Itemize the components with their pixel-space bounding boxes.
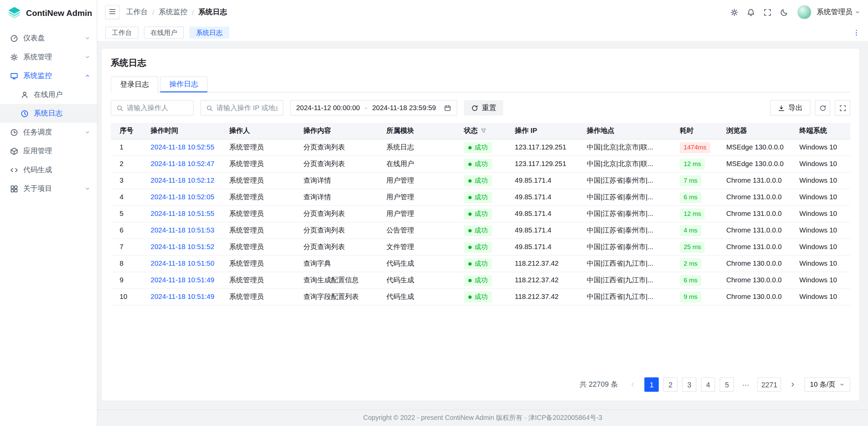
log-tab[interactable]: 操作日志 <box>160 76 208 92</box>
breadcrumb-link[interactable]: 工作台 <box>126 7 148 17</box>
cell-status: 成功 <box>455 139 506 155</box>
prev-page-button[interactable] <box>626 377 640 391</box>
status-badge: 成功 <box>464 291 492 303</box>
operation-time-link[interactable]: 2024-11-18 10:51:49 <box>151 293 214 301</box>
breadcrumb-separator: / <box>192 8 194 16</box>
operation-time-link[interactable]: 2024-11-18 10:51:55 <box>151 210 214 218</box>
dark-mode-moon-icon[interactable] <box>776 4 792 20</box>
sidebar-item[interactable]: 应用管理 <box>0 142 97 161</box>
sidebar-item[interactable]: 系统监控 <box>0 66 97 85</box>
operation-time-link[interactable]: 2024-11-18 10:52:05 <box>151 193 214 201</box>
status-dot-icon <box>468 262 472 265</box>
reset-button[interactable]: 重置 <box>464 100 504 116</box>
cell-module: 代码生成 <box>377 256 455 271</box>
column-header-label: 操作人 <box>229 126 250 136</box>
table-row: 1 2024-11-18 10:52:55 系统管理员 分页查询列表 系统日志 … <box>111 139 850 156</box>
operation-time-link[interactable]: 2024-11-18 10:51:49 <box>151 276 214 284</box>
status-label: 成功 <box>474 239 488 255</box>
avatar[interactable] <box>797 5 811 19</box>
nav-tab[interactable]: 在线用户 <box>144 26 184 39</box>
cell-duration: 25 ms <box>671 239 717 255</box>
page-button[interactable]: ··· <box>738 377 753 391</box>
column-header: 所属模块 <box>377 123 455 139</box>
sidebar-item[interactable]: 仪表盘 <box>0 29 97 48</box>
duration-badge: 12 ms <box>680 159 705 170</box>
operation-time-link[interactable]: 2024-11-18 10:52:12 <box>151 177 214 184</box>
brand-name: ContiNew Admin <box>26 8 92 18</box>
log-tab[interactable]: 登录日志 <box>111 76 158 92</box>
page-button[interactable]: 4 <box>701 377 715 391</box>
page-button[interactable]: 2 <box>663 377 677 391</box>
page-button[interactable]: 1 <box>645 377 659 391</box>
cell-os: Windows 10 <box>790 256 850 271</box>
cell-status: 成功 <box>455 206 506 222</box>
collapse-sidebar-button[interactable] <box>105 5 119 19</box>
user-menu[interactable]: 系统管理员 <box>816 7 860 17</box>
column-header: 序号 <box>111 123 142 139</box>
cell-index: 7 <box>111 239 142 255</box>
next-page-button[interactable] <box>786 377 800 391</box>
status-label: 成功 <box>474 289 488 305</box>
operation-time-link[interactable]: 2024-11-18 10:52:55 <box>151 143 214 151</box>
more-tabs-icon[interactable] <box>852 29 860 37</box>
cell-os: Windows 10 <box>790 206 850 222</box>
filter-icon[interactable] <box>480 128 487 134</box>
page-size-select[interactable]: 10 条/页 <box>804 377 850 391</box>
sidebar-item[interactable]: 在线用户 <box>0 85 97 104</box>
page-button[interactable]: 3 <box>682 377 696 391</box>
brand[interactable]: ContiNew Admin <box>0 0 97 25</box>
filter-bar: 2024-11-12 00:00:00 - 2024-11-18 23:59:5… <box>111 100 850 116</box>
breadcrumb-link[interactable]: 系统监控 <box>159 7 188 17</box>
table-row: 2 2024-11-18 10:52:47 系统管理员 分页查询列表 在线用户 … <box>111 156 850 173</box>
nav-tab[interactable]: 系统日志 <box>189 26 229 39</box>
ip-search-input[interactable] <box>216 104 278 112</box>
status-badge: 成功 <box>464 275 492 286</box>
sidebar-item[interactable]: 关于项目 <box>0 179 97 198</box>
settings-icon[interactable] <box>726 4 742 20</box>
cell-duration: 12 ms <box>671 156 717 172</box>
table-row: 4 2024-11-18 10:52:05 系统管理员 查询详情 用户管理 成功 <box>111 189 850 206</box>
cell-location: 中国|江苏省|泰州市|... <box>578 239 671 255</box>
operation-time-link[interactable]: 2024-11-18 10:51:52 <box>151 243 214 251</box>
cell-ip: 49.85.171.4 <box>506 189 578 205</box>
chevron-down-icon <box>85 35 90 41</box>
dashboard-icon <box>10 34 18 42</box>
log-tabs: 登录日志操作日志 <box>111 76 850 92</box>
app-icon <box>10 147 18 155</box>
status-badge: 成功 <box>464 225 492 236</box>
notification-bell-icon[interactable] <box>743 4 758 20</box>
column-header-label: 浏览器 <box>726 126 747 136</box>
column-header-label: 耗时 <box>680 126 694 136</box>
export-button[interactable]: 导出 <box>770 100 810 116</box>
sidebar-item[interactable]: 代码生成 <box>0 160 97 179</box>
status-badge: 成功 <box>464 192 492 203</box>
operation-time-link[interactable]: 2024-11-18 10:51:50 <box>151 260 214 267</box>
breadcrumb-link[interactable]: 系统日志 <box>198 7 227 17</box>
cell-os: Windows 10 <box>790 139 850 155</box>
sidebar-item[interactable]: 系统日志 <box>0 104 97 123</box>
brand-logo-icon <box>7 5 21 20</box>
fullscreen-icon[interactable] <box>760 4 775 20</box>
status-label: 成功 <box>474 206 488 222</box>
cell-index: 2 <box>111 156 142 172</box>
date-range-picker[interactable]: 2024-11-12 00:00:00 - 2024-11-18 23:59:5… <box>290 100 458 116</box>
page-button[interactable]: 2271 <box>757 377 781 391</box>
operation-time-link[interactable]: 2024-11-18 10:52:47 <box>151 160 214 168</box>
column-header-label: 序号 <box>120 126 134 136</box>
cell-module: 文件管理 <box>377 239 455 255</box>
page-button[interactable]: 5 <box>720 377 734 391</box>
copyright-text: Copyright © 2022 - present ContiNew Admi… <box>363 413 602 423</box>
operator-search-input[interactable] <box>127 104 188 112</box>
sidebar-item[interactable]: 系统管理 <box>0 47 97 66</box>
sidebar-item[interactable]: 任务调度 <box>0 123 97 142</box>
nav-tab[interactable]: 工作台 <box>105 26 138 39</box>
cell-index: 4 <box>111 189 142 205</box>
breadcrumb-item: 系统监控 / <box>159 7 194 17</box>
expand-table-button[interactable] <box>835 100 850 116</box>
refresh-table-button[interactable] <box>815 100 830 116</box>
cell-index: 3 <box>111 173 142 188</box>
cell-time: 2024-11-18 10:51:50 <box>142 256 220 271</box>
table-header-row: 序号 操作时间 操作人 操作内容 <box>111 123 850 139</box>
operation-time-link[interactable]: 2024-11-18 10:51:53 <box>151 226 214 234</box>
cell-status: 成功 <box>455 173 506 188</box>
